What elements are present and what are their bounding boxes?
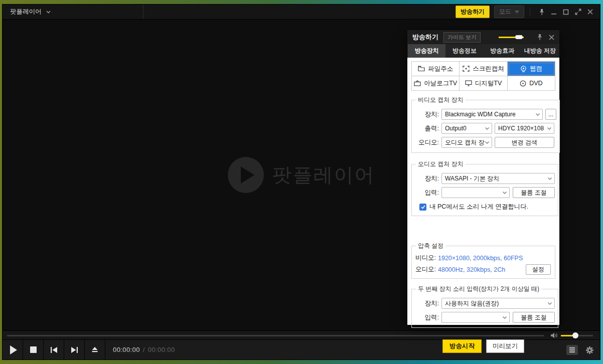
video-capture-legend: 비디오 캡처 장치 [416, 96, 466, 104]
volume-adjust-button[interactable]: 볼륨 조절 [513, 187, 555, 198]
time-current: 00:00:00 [113, 346, 140, 353]
opacity-slider[interactable] [499, 35, 524, 39]
previous-icon [50, 346, 58, 353]
compression-video-value: 1920×1080, 2000kbps, 60FPS [438, 255, 552, 262]
speaker-icon[interactable] [551, 332, 558, 338]
tab-broadcast-device[interactable]: 방송장치 [408, 44, 445, 58]
stop-icon [30, 346, 37, 353]
opacity-knob[interactable] [515, 35, 523, 39]
chevron-down-icon [515, 11, 519, 14]
time-total: 00:00:00 [148, 346, 175, 353]
minimize-icon[interactable] [548, 7, 560, 18]
source-label: 파일주소 [428, 65, 453, 73]
next-button[interactable] [64, 340, 85, 359]
pin-icon[interactable] [536, 7, 548, 18]
format-select[interactable]: HDYC 1920×108 [495, 123, 554, 134]
audio-capture-group: 오디오 캡처 장치 장치: WASAPI - 기본 장치 입력: 볼륨 조절 [411, 160, 558, 216]
screen: 팟플레이어 방송하기 모드 [0, 0, 603, 364]
next-icon [71, 346, 78, 353]
screen-capture-icon [463, 66, 470, 72]
device-label: 장치: [415, 110, 439, 119]
video-device-select[interactable]: Blackmagic WDM Capture [441, 109, 543, 120]
gear-icon[interactable] [585, 346, 594, 354]
app-title: 팟플레이어 [10, 8, 42, 16]
previous-button[interactable] [44, 340, 64, 359]
tab-broadcast-info[interactable]: 방송정보 [445, 44, 483, 58]
folder-icon [418, 66, 425, 72]
stop-button[interactable] [23, 340, 44, 359]
app-menu[interactable]: 팟플레이어 [3, 5, 143, 19]
dvd-icon [520, 80, 526, 87]
seek-bar[interactable] [7, 335, 544, 336]
dialog-body: 파일주소 스크린캡쳐 웹캠 아날로그TV 디지털TV [407, 58, 559, 325]
loopback-label[interactable]: 내 PC에서도 소리 나게 연결합니다. [429, 203, 528, 211]
compression-audio-value: 48000Hz, 320kbps, 2Ch [438, 266, 526, 273]
device-label: 장치: [415, 299, 439, 308]
play-button[interactable] [3, 340, 23, 359]
compression-audio-label: 오디오: [415, 265, 436, 274]
dialog-tabs: 방송장치 방송정보 방송효과 내방송 저장 [407, 44, 559, 58]
pin-icon[interactable] [536, 34, 543, 41]
webcam-icon [520, 66, 527, 72]
audio-device-value: WASAPI - 기본 장치 [445, 174, 499, 183]
eject-button[interactable] [85, 340, 105, 359]
source-label: DVD [529, 80, 542, 87]
close-icon[interactable] [549, 35, 554, 40]
source-label: 아날로그TV [424, 79, 457, 88]
source-grid: 파일주소 스크린캡쳐 웹캠 아날로그TV 디지털TV [411, 61, 555, 91]
source-digital-tv[interactable]: 디지털TV [460, 76, 507, 91]
watermark-play-icon [228, 157, 264, 193]
second-volume-adjust-button[interactable]: 볼륨 조절 [513, 312, 555, 323]
playlist-icon[interactable] [566, 345, 578, 355]
chevron-down-icon [503, 192, 507, 194]
titlebar: 팟플레이어 방송하기 모드 [3, 5, 600, 20]
source-analog-tv[interactable]: 아날로그TV [412, 76, 460, 91]
dialog-title: 방송하기 [412, 33, 438, 42]
maximize-icon[interactable] [560, 7, 572, 18]
volume-slider[interactable] [561, 335, 593, 336]
chevron-down-icon [547, 127, 551, 130]
output-label: 출력: [415, 124, 439, 133]
dialog-footer: 방송시작 미리보기 [411, 339, 555, 353]
broadcast-button[interactable]: 방송하기 [456, 6, 490, 18]
capture-audio-select[interactable]: 오디오 캡처 장 [441, 137, 492, 148]
second-device-select[interactable]: 사용하지 않음(권장) [441, 298, 555, 309]
eject-icon [91, 346, 98, 353]
compression-video-label: 비디오: [415, 254, 436, 262]
guide-button[interactable]: 가이드 보기 [443, 32, 481, 43]
close-icon[interactable] [584, 7, 596, 18]
second-input-select[interactable] [441, 312, 510, 323]
chevron-down-icon [485, 141, 489, 144]
browse-button[interactable]: ... [545, 109, 556, 120]
source-label: 웹캠 [530, 65, 542, 73]
analog-tv-icon [414, 80, 421, 86]
mode-button[interactable]: 모드 [494, 6, 524, 18]
audio-device-select[interactable]: WASAPI - 기본 장치 [441, 173, 555, 184]
time-display: 00:00:00 / 00:00:00 [113, 340, 175, 359]
source-label: 디지털TV [475, 79, 502, 88]
source-file-url[interactable]: 파일주소 [412, 62, 460, 76]
source-dvd[interactable]: DVD [508, 76, 555, 91]
watermark-label: 팟플레이어 [272, 161, 375, 189]
start-broadcast-button[interactable]: 방송시작 [442, 339, 482, 353]
preview-button[interactable]: 미리보기 [486, 339, 524, 353]
fullscreen-icon[interactable] [572, 7, 584, 18]
seek-row [3, 330, 600, 339]
source-webcam[interactable]: 웹캠 [508, 62, 555, 76]
compression-settings-button[interactable]: 설정 [526, 264, 551, 275]
source-label: 스크린캡쳐 [473, 65, 504, 73]
loopback-checkbox[interactable] [419, 204, 426, 211]
second-device-legend: 두 번째 장치 소리 입력(장치가 2개 이상일 때) [416, 285, 541, 293]
chevron-down-icon [46, 11, 51, 14]
broadcast-dialog: 방송하기 가이드 보기 방송장치 방송정보 방송효과 내방송 저장 [407, 30, 559, 325]
rescan-button[interactable]: 변경 검색 [495, 137, 554, 148]
tab-broadcast-effect[interactable]: 방송효과 [484, 44, 521, 58]
volume-knob[interactable] [572, 332, 578, 338]
audio-input-select[interactable] [441, 187, 510, 198]
source-screen-capture[interactable]: 스크린캡쳐 [460, 62, 507, 76]
tab-my-broadcast-save[interactable]: 내방송 저장 [521, 44, 559, 58]
compression-legend: 압축 설정 [416, 242, 445, 250]
second-device-group: 두 번째 장치 소리 입력(장치가 2개 이상일 때) 장치: 사용하지 않음(… [411, 285, 558, 328]
output-select[interactable]: Output0 [441, 123, 492, 134]
compression-group: 압축 설정 비디오: 1920×1080, 2000kbps, 60FPS 오디… [411, 242, 555, 279]
